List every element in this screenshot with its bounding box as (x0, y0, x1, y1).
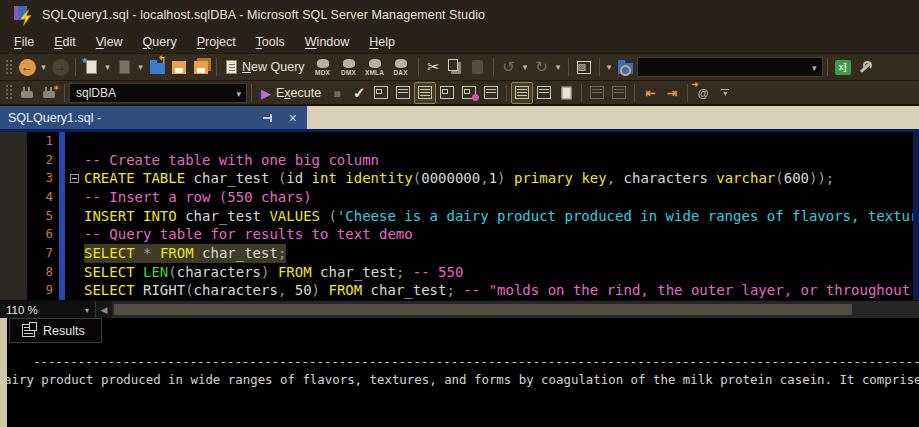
excel-export-button[interactable] (832, 56, 854, 78)
breakpoint-gutter[interactable] (0, 188, 27, 207)
toolbar-dropdown-caret-icon[interactable] (604, 56, 615, 78)
add-item-dropdown-caret-icon[interactable] (135, 56, 146, 78)
collapse-icon[interactable] (70, 174, 79, 183)
menu-item-window[interactable]: Window (295, 32, 359, 52)
parse-button[interactable] (348, 82, 370, 104)
code-line[interactable]: 6-- Query table for results to text demo (0, 225, 919, 244)
connect-button[interactable] (16, 82, 38, 104)
query-options-button[interactable] (370, 82, 392, 104)
breakpoint-gutter[interactable] (0, 169, 27, 188)
execute-button[interactable]: Execute (256, 82, 326, 104)
code-line[interactable]: 1 (0, 132, 919, 151)
copy-icon (448, 59, 458, 71)
new-xmla-query-button[interactable]: XMLA (362, 55, 388, 79)
horizontal-scrollbar-thumb[interactable] (114, 304, 852, 315)
menu-item-tools[interactable]: Tools (246, 32, 295, 52)
increase-indent-button[interactable] (661, 82, 683, 104)
results-to-text-button[interactable] (511, 82, 533, 104)
scroll-left-button[interactable] (96, 301, 112, 318)
breakpoint-gutter[interactable] (0, 263, 27, 282)
new-dmx-query-button[interactable]: DMX (336, 55, 362, 79)
results-to-grid-button[interactable] (533, 82, 555, 104)
breakpoint-gutter[interactable] (0, 132, 27, 151)
breakpoint-gutter[interactable] (0, 244, 27, 263)
intellisense-button[interactable] (414, 82, 436, 104)
code-line[interactable]: 8SELECT LEN(characters) FROM char_test; … (0, 263, 919, 282)
open-file-button[interactable] (146, 56, 168, 78)
comment-button[interactable] (586, 82, 608, 104)
design-query-button[interactable] (392, 82, 414, 104)
cut-button[interactable] (423, 56, 445, 78)
horizontal-scrollbar-track[interactable] (112, 301, 919, 318)
menu-item-help[interactable]: Help (359, 32, 405, 52)
new-query-button[interactable]: New Query (221, 56, 310, 78)
code-editor[interactable]: 12-- Create table with one big column3CR… (0, 132, 919, 300)
code-line[interactable]: 9SELECT RIGHT(characters, 50) FROM char_… (0, 281, 919, 300)
fold-margin (65, 263, 84, 282)
code-line[interactable]: 5INSERT INTO char_test VALUES ('Cheese i… (0, 207, 919, 226)
line-number: 4 (27, 188, 58, 207)
new-mdx-query-button[interactable]: MDX (310, 55, 336, 79)
estimated-plan-button[interactable] (436, 82, 458, 104)
redo-button[interactable] (531, 56, 553, 78)
search-combo[interactable] (637, 57, 823, 77)
save-button[interactable] (168, 56, 190, 78)
undo-dropdown-caret-icon[interactable] (520, 56, 531, 78)
breakpoint-gutter[interactable] (0, 151, 27, 170)
copy-button[interactable] (445, 56, 467, 78)
database-combo[interactable]: sqlDBA (69, 83, 247, 103)
code-line[interactable]: 2-- Create table with one big column (0, 151, 919, 170)
navigate-back-button[interactable] (16, 56, 38, 78)
save-all-button[interactable] (190, 56, 212, 78)
results-output[interactable]: ----------------------------------------… (0, 343, 919, 427)
change-connection-button[interactable] (38, 82, 60, 104)
zoom-level-combo[interactable]: 110 % (0, 301, 96, 318)
sqlcmd-icon (698, 87, 709, 99)
indent-icon (667, 86, 677, 100)
find-button[interactable] (615, 56, 637, 78)
actual-plan-button[interactable] (458, 82, 480, 104)
code-line[interactable]: 7SELECT * FROM char_test; (0, 244, 919, 263)
redo-dropdown-caret-icon[interactable] (553, 56, 564, 78)
decrease-indent-button[interactable] (639, 82, 661, 104)
code-line[interactable]: 3CREATE TABLE char_test (id int identity… (0, 169, 919, 188)
new-dax-query-button[interactable]: DAX (388, 55, 414, 79)
breakpoint-gutter[interactable] (0, 225, 27, 244)
add-item-button[interactable] (113, 56, 135, 78)
code-line[interactable]: 4-- Insert a row (550 chars) (0, 188, 919, 207)
vertical-scrollbar[interactable] (913, 132, 919, 300)
menu-item-project[interactable]: Project (187, 32, 246, 52)
toolbar-grip[interactable] (5, 59, 12, 76)
back-dropdown-caret-icon[interactable] (38, 56, 49, 78)
navigate-forward-button[interactable] (49, 56, 71, 78)
paste-button[interactable] (467, 56, 489, 78)
results-to-grid-icon (537, 86, 551, 99)
toolbar-grip[interactable] (5, 84, 12, 101)
live-stats-button[interactable] (480, 82, 502, 104)
options-button[interactable] (854, 56, 876, 78)
breakpoint-gutter[interactable] (0, 281, 27, 300)
pin-icon[interactable] (263, 113, 275, 123)
fold-margin[interactable] (65, 169, 84, 188)
document-tab[interactable]: SQLQuery1.sql - (0, 106, 307, 129)
new-file-dropdown-caret-icon[interactable] (102, 56, 113, 78)
tab-results[interactable]: Results (9, 318, 102, 343)
new-file-button[interactable] (80, 56, 102, 78)
fold-margin (65, 225, 84, 244)
fold-margin (65, 132, 84, 151)
line-number: 9 (27, 281, 58, 300)
cancel-query-button[interactable] (326, 82, 348, 104)
uncomment-button[interactable] (608, 82, 630, 104)
results-panel: Results --------------------------------… (0, 318, 919, 427)
close-icon[interactable] (289, 111, 297, 125)
results-to-file-button[interactable] (555, 82, 577, 104)
menu-item-edit[interactable]: Edit (44, 32, 86, 52)
menu-item-query[interactable]: Query (133, 32, 187, 52)
menu-item-file[interactable]: File (4, 32, 44, 52)
selection-button[interactable] (573, 56, 595, 78)
undo-button[interactable] (498, 56, 520, 78)
breakpoint-gutter[interactable] (0, 207, 27, 226)
toolbar-overflow-button[interactable] (714, 82, 736, 104)
sqlcmd-mode-button[interactable] (692, 82, 714, 104)
menu-item-view[interactable]: View (86, 32, 133, 52)
